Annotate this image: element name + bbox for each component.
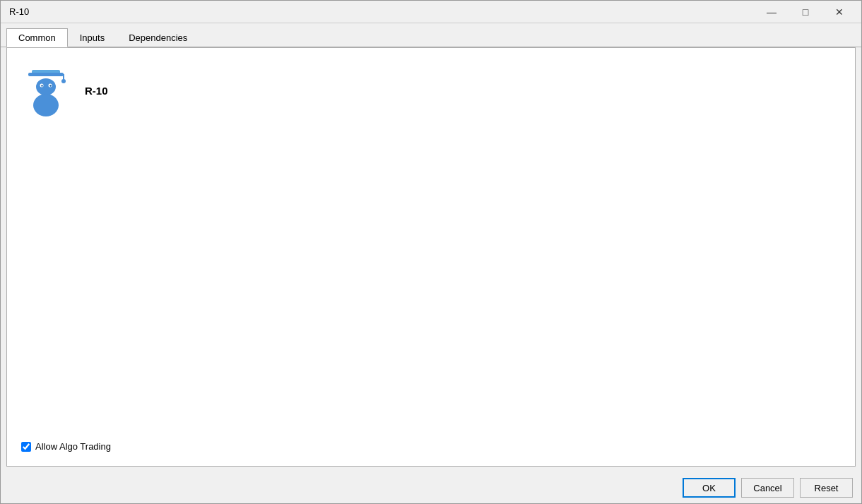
item-header: R-10 bbox=[21, 62, 841, 119]
trader-icon bbox=[25, 64, 67, 117]
svg-point-8 bbox=[49, 85, 51, 86]
title-bar: R-10 — □ ✕ bbox=[1, 1, 861, 23]
allow-algo-trading-label[interactable]: Allow Algo Trading bbox=[21, 441, 111, 452]
svg-point-3 bbox=[61, 79, 66, 83]
tabs-row: Common Inputs Dependencies bbox=[1, 23, 861, 47]
maximize-button[interactable]: □ bbox=[789, 4, 822, 20]
svg-point-7 bbox=[41, 85, 42, 86]
allow-algo-trading-checkbox[interactable] bbox=[21, 442, 31, 452]
tab-inputs[interactable]: Inputs bbox=[68, 28, 117, 47]
ok-button[interactable]: OK bbox=[683, 478, 736, 498]
tab-dependencies[interactable]: Dependencies bbox=[117, 28, 199, 47]
svg-point-4 bbox=[36, 78, 56, 95]
window-title: R-10 bbox=[9, 6, 29, 17]
item-icon bbox=[21, 62, 71, 119]
footer: OK Cancel Reset bbox=[1, 472, 861, 503]
svg-rect-1 bbox=[28, 73, 64, 76]
title-bar-buttons: — □ ✕ bbox=[755, 4, 856, 20]
minimize-button[interactable]: — bbox=[755, 4, 788, 20]
close-button[interactable]: ✕ bbox=[823, 4, 856, 20]
content-area: R-10 Allow Algo Trading bbox=[6, 47, 856, 467]
cancel-button[interactable]: Cancel bbox=[741, 478, 794, 498]
item-name: R-10 bbox=[85, 85, 108, 97]
svg-rect-10 bbox=[42, 95, 50, 100]
tab-common[interactable]: Common bbox=[6, 28, 68, 47]
reset-button[interactable]: Reset bbox=[800, 478, 853, 498]
main-window: R-10 — □ ✕ Common Inputs Dependencies bbox=[0, 0, 862, 504]
checkbox-area: Allow Algo Trading bbox=[21, 441, 111, 452]
